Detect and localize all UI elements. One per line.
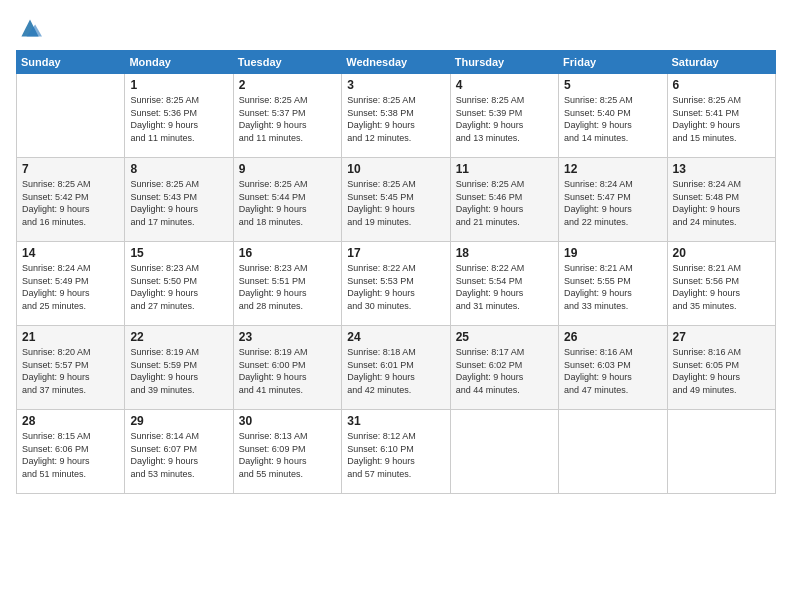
day-info: Sunrise: 8:21 AM Sunset: 5:56 PM Dayligh… <box>673 262 770 312</box>
day-info: Sunrise: 8:24 AM Sunset: 5:48 PM Dayligh… <box>673 178 770 228</box>
day-info: Sunrise: 8:21 AM Sunset: 5:55 PM Dayligh… <box>564 262 661 312</box>
calendar-cell: 7Sunrise: 8:25 AM Sunset: 5:42 PM Daylig… <box>17 158 125 242</box>
header-day-monday: Monday <box>125 51 233 74</box>
calendar-cell: 9Sunrise: 8:25 AM Sunset: 5:44 PM Daylig… <box>233 158 341 242</box>
week-row-3: 21Sunrise: 8:20 AM Sunset: 5:57 PM Dayli… <box>17 326 776 410</box>
calendar-cell: 6Sunrise: 8:25 AM Sunset: 5:41 PM Daylig… <box>667 74 775 158</box>
day-number: 25 <box>456 330 553 344</box>
day-info: Sunrise: 8:23 AM Sunset: 5:50 PM Dayligh… <box>130 262 227 312</box>
day-number: 7 <box>22 162 119 176</box>
day-number: 26 <box>564 330 661 344</box>
day-info: Sunrise: 8:14 AM Sunset: 6:07 PM Dayligh… <box>130 430 227 480</box>
calendar-header: SundayMondayTuesdayWednesdayThursdayFrid… <box>17 51 776 74</box>
calendar-cell: 28Sunrise: 8:15 AM Sunset: 6:06 PM Dayli… <box>17 410 125 494</box>
day-info: Sunrise: 8:19 AM Sunset: 6:00 PM Dayligh… <box>239 346 336 396</box>
page: SundayMondayTuesdayWednesdayThursdayFrid… <box>0 0 792 612</box>
day-number: 16 <box>239 246 336 260</box>
calendar-cell: 15Sunrise: 8:23 AM Sunset: 5:50 PM Dayli… <box>125 242 233 326</box>
day-number: 19 <box>564 246 661 260</box>
day-info: Sunrise: 8:16 AM Sunset: 6:05 PM Dayligh… <box>673 346 770 396</box>
day-info: Sunrise: 8:25 AM Sunset: 5:45 PM Dayligh… <box>347 178 444 228</box>
day-info: Sunrise: 8:25 AM Sunset: 5:36 PM Dayligh… <box>130 94 227 144</box>
day-info: Sunrise: 8:18 AM Sunset: 6:01 PM Dayligh… <box>347 346 444 396</box>
day-number: 11 <box>456 162 553 176</box>
header-day-thursday: Thursday <box>450 51 558 74</box>
calendar-cell: 25Sunrise: 8:17 AM Sunset: 6:02 PM Dayli… <box>450 326 558 410</box>
day-number: 14 <box>22 246 119 260</box>
day-info: Sunrise: 8:22 AM Sunset: 5:53 PM Dayligh… <box>347 262 444 312</box>
logo-icon <box>18 16 42 40</box>
calendar-cell: 30Sunrise: 8:13 AM Sunset: 6:09 PM Dayli… <box>233 410 341 494</box>
day-info: Sunrise: 8:25 AM Sunset: 5:43 PM Dayligh… <box>130 178 227 228</box>
week-row-1: 7Sunrise: 8:25 AM Sunset: 5:42 PM Daylig… <box>17 158 776 242</box>
calendar-cell: 3Sunrise: 8:25 AM Sunset: 5:38 PM Daylig… <box>342 74 450 158</box>
calendar-cell <box>559 410 667 494</box>
day-number: 17 <box>347 246 444 260</box>
day-number: 22 <box>130 330 227 344</box>
calendar-cell: 8Sunrise: 8:25 AM Sunset: 5:43 PM Daylig… <box>125 158 233 242</box>
calendar-cell: 10Sunrise: 8:25 AM Sunset: 5:45 PM Dayli… <box>342 158 450 242</box>
day-number: 29 <box>130 414 227 428</box>
week-row-0: 1Sunrise: 8:25 AM Sunset: 5:36 PM Daylig… <box>17 74 776 158</box>
day-info: Sunrise: 8:22 AM Sunset: 5:54 PM Dayligh… <box>456 262 553 312</box>
day-number: 6 <box>673 78 770 92</box>
day-number: 18 <box>456 246 553 260</box>
day-info: Sunrise: 8:16 AM Sunset: 6:03 PM Dayligh… <box>564 346 661 396</box>
header-day-wednesday: Wednesday <box>342 51 450 74</box>
day-number: 27 <box>673 330 770 344</box>
day-info: Sunrise: 8:25 AM Sunset: 5:38 PM Dayligh… <box>347 94 444 144</box>
calendar-cell: 12Sunrise: 8:24 AM Sunset: 5:47 PM Dayli… <box>559 158 667 242</box>
day-info: Sunrise: 8:15 AM Sunset: 6:06 PM Dayligh… <box>22 430 119 480</box>
calendar-cell: 27Sunrise: 8:16 AM Sunset: 6:05 PM Dayli… <box>667 326 775 410</box>
header-day-friday: Friday <box>559 51 667 74</box>
day-number: 31 <box>347 414 444 428</box>
day-info: Sunrise: 8:12 AM Sunset: 6:10 PM Dayligh… <box>347 430 444 480</box>
calendar-cell: 29Sunrise: 8:14 AM Sunset: 6:07 PM Dayli… <box>125 410 233 494</box>
day-number: 2 <box>239 78 336 92</box>
day-info: Sunrise: 8:25 AM Sunset: 5:42 PM Dayligh… <box>22 178 119 228</box>
day-info: Sunrise: 8:25 AM Sunset: 5:41 PM Dayligh… <box>673 94 770 144</box>
calendar-cell: 20Sunrise: 8:21 AM Sunset: 5:56 PM Dayli… <box>667 242 775 326</box>
day-number: 4 <box>456 78 553 92</box>
calendar-cell: 16Sunrise: 8:23 AM Sunset: 5:51 PM Dayli… <box>233 242 341 326</box>
calendar-cell: 18Sunrise: 8:22 AM Sunset: 5:54 PM Dayli… <box>450 242 558 326</box>
calendar-cell: 1Sunrise: 8:25 AM Sunset: 5:36 PM Daylig… <box>125 74 233 158</box>
header-day-tuesday: Tuesday <box>233 51 341 74</box>
calendar-cell: 23Sunrise: 8:19 AM Sunset: 6:00 PM Dayli… <box>233 326 341 410</box>
day-info: Sunrise: 8:25 AM Sunset: 5:46 PM Dayligh… <box>456 178 553 228</box>
day-info: Sunrise: 8:20 AM Sunset: 5:57 PM Dayligh… <box>22 346 119 396</box>
week-row-2: 14Sunrise: 8:24 AM Sunset: 5:49 PM Dayli… <box>17 242 776 326</box>
day-number: 5 <box>564 78 661 92</box>
header-day-saturday: Saturday <box>667 51 775 74</box>
day-info: Sunrise: 8:25 AM Sunset: 5:37 PM Dayligh… <box>239 94 336 144</box>
logo <box>16 16 42 40</box>
calendar-cell: 2Sunrise: 8:25 AM Sunset: 5:37 PM Daylig… <box>233 74 341 158</box>
calendar-cell <box>17 74 125 158</box>
day-info: Sunrise: 8:19 AM Sunset: 5:59 PM Dayligh… <box>130 346 227 396</box>
day-info: Sunrise: 8:24 AM Sunset: 5:47 PM Dayligh… <box>564 178 661 228</box>
day-number: 20 <box>673 246 770 260</box>
day-number: 8 <box>130 162 227 176</box>
calendar-cell: 13Sunrise: 8:24 AM Sunset: 5:48 PM Dayli… <box>667 158 775 242</box>
calendar-table: SundayMondayTuesdayWednesdayThursdayFrid… <box>16 50 776 494</box>
day-number: 23 <box>239 330 336 344</box>
day-number: 3 <box>347 78 444 92</box>
calendar-cell <box>450 410 558 494</box>
calendar-cell: 4Sunrise: 8:25 AM Sunset: 5:39 PM Daylig… <box>450 74 558 158</box>
header <box>16 16 776 40</box>
day-number: 9 <box>239 162 336 176</box>
day-number: 12 <box>564 162 661 176</box>
calendar-cell: 5Sunrise: 8:25 AM Sunset: 5:40 PM Daylig… <box>559 74 667 158</box>
calendar-cell: 26Sunrise: 8:16 AM Sunset: 6:03 PM Dayli… <box>559 326 667 410</box>
day-number: 10 <box>347 162 444 176</box>
day-info: Sunrise: 8:17 AM Sunset: 6:02 PM Dayligh… <box>456 346 553 396</box>
calendar-body: 1Sunrise: 8:25 AM Sunset: 5:36 PM Daylig… <box>17 74 776 494</box>
day-number: 21 <box>22 330 119 344</box>
header-row: SundayMondayTuesdayWednesdayThursdayFrid… <box>17 51 776 74</box>
day-number: 1 <box>130 78 227 92</box>
calendar-cell: 24Sunrise: 8:18 AM Sunset: 6:01 PM Dayli… <box>342 326 450 410</box>
day-number: 28 <box>22 414 119 428</box>
week-row-4: 28Sunrise: 8:15 AM Sunset: 6:06 PM Dayli… <box>17 410 776 494</box>
day-number: 13 <box>673 162 770 176</box>
header-day-sunday: Sunday <box>17 51 125 74</box>
